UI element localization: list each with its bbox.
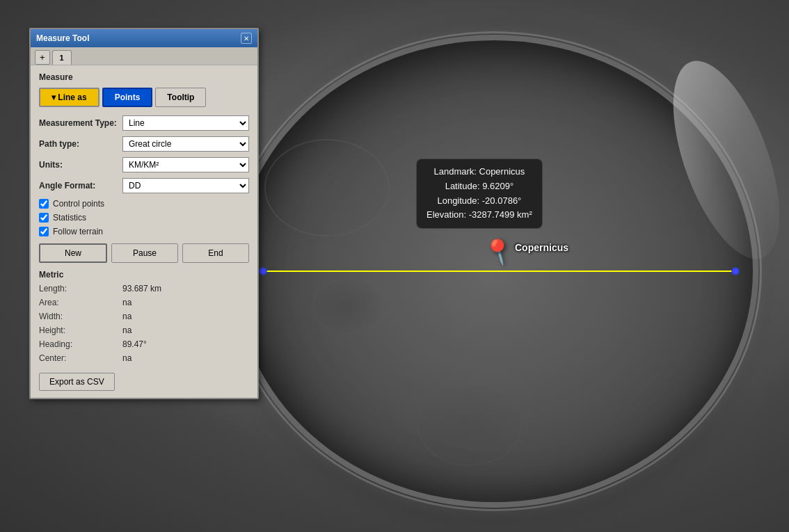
length-value: 93.687 km bbox=[122, 284, 161, 293]
area-label: Area: bbox=[39, 298, 122, 307]
line-mode-button[interactable]: ▾ Line as bbox=[39, 88, 99, 107]
width-label: Width: bbox=[39, 312, 122, 321]
tooltip-mode-button[interactable]: Tooltip bbox=[155, 88, 206, 107]
heading-value: 89.47° bbox=[122, 339, 147, 349]
measurement-type-label: Measurement Type: bbox=[39, 118, 122, 128]
tooltip-line1: Landmark: Copernicus bbox=[427, 165, 532, 179]
tooltip-line4: Elevation: -3287.7499 km² bbox=[427, 208, 532, 223]
panel-body: Measure ▾ Line as Points Tooltip Measure… bbox=[31, 65, 257, 398]
copernicus-label: Copernicus bbox=[515, 242, 568, 253]
measurement-type-row: Measurement Type: Line Polygon Circle bbox=[39, 115, 249, 131]
center-row: Center: na bbox=[39, 353, 249, 363]
export-csv-button[interactable]: Export as CSV bbox=[39, 373, 115, 391]
statistics-row: Statistics bbox=[39, 213, 249, 223]
measure-panel: Measure Tool ✕ + 1 Measure ▾ Line as Poi… bbox=[29, 28, 259, 399]
control-points-row: Control points bbox=[39, 199, 249, 209]
area-value: na bbox=[122, 298, 132, 307]
center-value: na bbox=[122, 353, 132, 363]
length-label: Length: bbox=[39, 284, 122, 293]
surface-detail-3 bbox=[417, 382, 522, 466]
action-buttons-row: New Pause End bbox=[39, 243, 249, 263]
length-row: Length: 93.687 km bbox=[39, 284, 249, 293]
heading-label: Heading: bbox=[39, 339, 122, 349]
tooltip-line3: Longitude: -20.0786° bbox=[427, 194, 532, 209]
area-row: Area: na bbox=[39, 298, 249, 307]
tooltip-line2: Latitude: 9.6209° bbox=[427, 179, 532, 194]
units-select[interactable]: KM/KM² Miles NM bbox=[122, 157, 249, 172]
control-points-checkbox[interactable] bbox=[39, 199, 49, 209]
mode-buttons-row: ▾ Line as Points Tooltip bbox=[39, 88, 249, 107]
tab-add-button[interactable]: + bbox=[35, 50, 50, 65]
heading-row: Heading: 89.47° bbox=[39, 339, 249, 349]
end-button[interactable]: End bbox=[182, 243, 249, 263]
height-label: Height: bbox=[39, 325, 122, 335]
path-type-row: Path type: Great circle Rhumb line bbox=[39, 136, 249, 152]
surface-detail-2 bbox=[313, 278, 383, 334]
width-value: na bbox=[122, 312, 132, 321]
width-row: Width: na bbox=[39, 312, 249, 321]
measure-section-label: Measure bbox=[39, 72, 249, 82]
units-label: Units: bbox=[39, 160, 122, 170]
path-type-label: Path type: bbox=[39, 139, 122, 149]
angle-format-row: Angle Format: DD DMS DDM bbox=[39, 178, 249, 193]
measurement-type-select[interactable]: Line Polygon Circle bbox=[122, 115, 249, 131]
points-mode-button[interactable]: Points bbox=[102, 88, 153, 107]
surface-detail-1 bbox=[264, 139, 390, 236]
angle-format-label: Angle Format: bbox=[39, 181, 122, 191]
close-button[interactable]: ✕ bbox=[241, 33, 252, 44]
angle-format-select[interactable]: DD DMS DDM bbox=[122, 178, 249, 193]
panel-tabs: + 1 bbox=[31, 47, 257, 65]
center-label: Center: bbox=[39, 353, 122, 363]
follow-terrain-checkbox[interactable] bbox=[39, 227, 49, 236]
metric-section-label: Metric bbox=[39, 270, 249, 280]
follow-terrain-label: Follow terrain bbox=[53, 227, 103, 236]
statistics-label: Statistics bbox=[53, 213, 86, 223]
statistics-checkbox[interactable] bbox=[39, 213, 49, 223]
pause-button[interactable]: Pause bbox=[111, 243, 178, 263]
control-points-label: Control points bbox=[53, 199, 104, 209]
panel-title: Measure Tool bbox=[36, 33, 89, 43]
height-value: na bbox=[122, 325, 132, 335]
follow-terrain-row: Follow terrain bbox=[39, 227, 249, 236]
landmark-tooltip: Landmark: Copernicus Latitude: 9.6209° L… bbox=[416, 159, 543, 229]
units-row: Units: KM/KM² Miles NM bbox=[39, 157, 249, 172]
panel-titlebar: Measure Tool ✕ bbox=[31, 29, 257, 47]
tab-1-button[interactable]: 1 bbox=[52, 50, 72, 65]
height-row: Height: na bbox=[39, 325, 249, 335]
new-button[interactable]: New bbox=[39, 243, 107, 263]
path-type-select[interactable]: Great circle Rhumb line bbox=[122, 136, 249, 152]
